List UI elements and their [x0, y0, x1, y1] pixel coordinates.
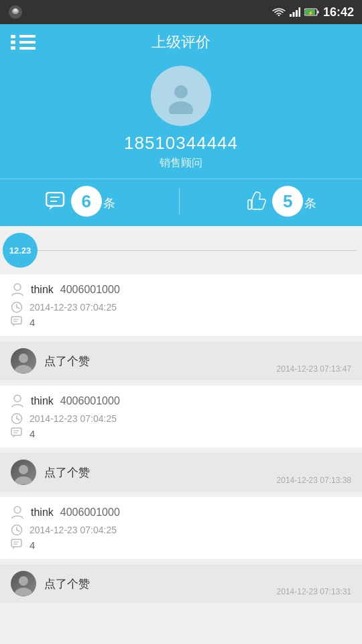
svg-rect-10	[317, 11, 318, 13]
svg-rect-20	[46, 193, 64, 206]
svg-rect-14	[11, 46, 15, 50]
like-text-3: 点了个赞	[44, 576, 90, 592]
avatar-icon	[163, 78, 199, 114]
phone-number: 18510344444	[124, 133, 238, 154]
like-text-1: 点了个赞	[44, 354, 90, 369]
menu-button[interactable]	[11, 35, 36, 50]
like-avatar-1	[11, 348, 36, 374]
feed-time-2: 2014-12-23 07:04:25	[29, 413, 117, 424]
person-icon-2	[11, 394, 24, 409]
svg-point-25	[14, 284, 21, 290]
feed-comment-row-2: 4	[11, 427, 351, 439]
svg-text:⚡: ⚡	[308, 10, 314, 16]
status-bar-right: ⚡ 16:42	[272, 5, 354, 19]
like-user-avatar-2	[11, 460, 36, 484]
svg-rect-6	[296, 10, 298, 17]
menu-dots-icon	[11, 35, 16, 50]
menu-lines-icon	[19, 35, 36, 50]
svg-rect-5	[292, 12, 294, 17]
chat-icon-3	[11, 539, 23, 551]
svg-point-3	[278, 15, 280, 16]
feed-time-row-3: 2014-12-23 07:04:25	[11, 524, 351, 536]
comment-stat: 6 条	[46, 186, 115, 217]
status-time: 16:42	[323, 5, 354, 19]
clock-icon-3	[11, 524, 23, 536]
header-top: 上级评价	[0, 32, 362, 60]
feed-container: 12.23 think 4006001000 2014-12-23 07:04:…	[0, 226, 362, 644]
feed-time-row-1: 2014-12-23 07:04:25	[11, 301, 351, 313]
feed-name-1: think	[31, 284, 54, 296]
feed-comments-1: 4	[29, 317, 35, 328]
avatar	[151, 66, 211, 126]
like-avatar-3	[11, 571, 36, 596]
svg-rect-12	[11, 35, 15, 38]
clock-icon-1	[11, 301, 23, 313]
feed-time-1: 2014-12-23 07:04:25	[29, 302, 117, 313]
signal-icon	[290, 7, 300, 17]
svg-point-2	[13, 9, 17, 12]
date-line	[38, 250, 357, 251]
svg-rect-24	[248, 200, 251, 209]
feed-item-2: think 4006001000 2014-12-23 07:04:25	[0, 386, 362, 492]
svg-point-43	[19, 465, 28, 474]
svg-point-54	[15, 588, 32, 596]
feed-comment-row-3: 4	[11, 539, 351, 551]
feed-name-3: think	[31, 506, 54, 519]
like-timestamp-2: 2014-12-23 07:13:38	[277, 476, 351, 485]
svg-line-38	[17, 419, 19, 420]
stat-divider	[179, 188, 180, 215]
svg-rect-13	[11, 41, 15, 44]
svg-line-48	[17, 530, 19, 531]
feed-phone-2: 4006001000	[60, 395, 120, 407]
like-label: 条	[304, 195, 316, 211]
svg-point-35	[14, 395, 21, 402]
date-badge: 12.23	[3, 233, 38, 268]
feed-comment-row-1: 4	[11, 316, 351, 328]
like-timestamp-3: 2014-12-23 07:13:31	[277, 587, 351, 596]
svg-point-19	[169, 101, 193, 114]
svg-rect-16	[19, 41, 36, 44]
svg-rect-17	[19, 47, 36, 50]
svg-rect-7	[298, 7, 300, 17]
app-icon	[8, 5, 23, 19]
comment-count: 6	[71, 186, 102, 217]
person-icon-3	[11, 505, 24, 520]
status-bar-left	[8, 5, 23, 19]
thumbs-up-icon	[244, 189, 268, 213]
feed-card-2: think 4006001000 2014-12-23 07:04:25	[0, 386, 362, 447]
feed-info-row-1: think 4006001000	[11, 282, 351, 297]
role-text: 销售顾问	[160, 156, 202, 170]
date-section: 12.23	[5, 226, 357, 274]
feed-phone-1: 4006001000	[60, 284, 120, 296]
svg-rect-15	[19, 35, 36, 38]
header: 上级评价 18510344444 销售顾问 6 条	[0, 24, 362, 226]
svg-point-33	[19, 354, 28, 363]
feed-info-row-3: think 4006001000	[11, 505, 351, 520]
like-stat: 5 条	[244, 186, 316, 217]
svg-rect-49	[11, 539, 21, 547]
svg-line-28	[17, 307, 19, 309]
feed-card-1: think 4006001000 2014-12-23 07:04:25	[0, 274, 362, 336]
clock-icon-2	[11, 413, 23, 425]
person-icon-1	[11, 282, 24, 297]
like-timestamp-1: 2014-12-23 07:13:47	[277, 364, 351, 374]
svg-point-18	[174, 85, 188, 99]
feed-comments-3: 4	[29, 539, 35, 551]
like-user-avatar-3	[11, 572, 36, 596]
svg-point-44	[15, 476, 32, 484]
svg-point-34	[15, 365, 32, 373]
svg-rect-39	[11, 428, 21, 435]
svg-rect-4	[290, 14, 292, 17]
svg-point-53	[19, 576, 28, 586]
feed-phone-3: 4006001000	[60, 506, 120, 519]
wifi-icon	[272, 7, 286, 17]
like-action-2: 点了个赞 2014-12-23 07:13:38	[0, 453, 362, 492]
feed-card-3: think 4006001000 2014-12-23 07:04:25	[0, 497, 362, 559]
comment-icon	[46, 192, 67, 211]
feed-item-1: think 4006001000 2014-12-23 07:04:25	[0, 274, 362, 380]
chat-icon-2	[11, 427, 23, 439]
svg-point-45	[14, 506, 21, 513]
feed-name-2: think	[31, 395, 54, 407]
like-avatar-2	[11, 460, 36, 485]
feed-time-3: 2014-12-23 07:04:25	[29, 525, 117, 535]
